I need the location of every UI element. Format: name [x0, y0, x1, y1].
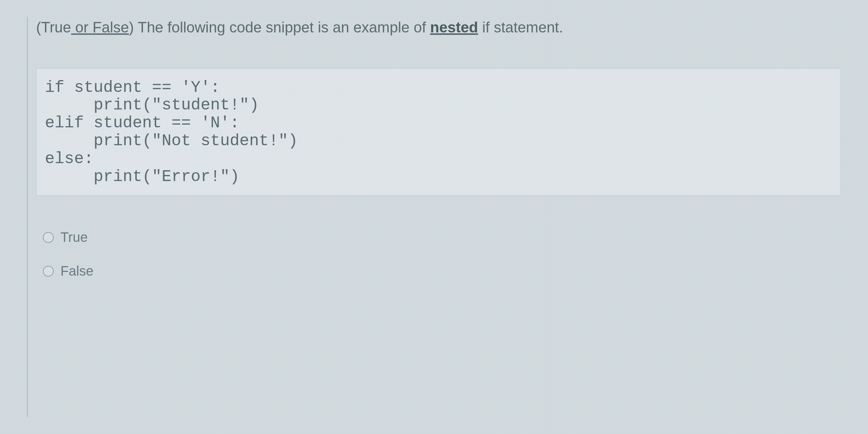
option-false-row[interactable]: False: [43, 263, 841, 279]
option-false-label: False: [60, 263, 94, 279]
radio-icon[interactable]: [43, 266, 54, 277]
code-snippet: if student == 'Y': print("student!") eli…: [36, 68, 841, 196]
emphasis-word: nested: [430, 19, 478, 35]
code-line-6: print("Error!"): [45, 168, 239, 186]
question-prompt: (True or False) The following code snipp…: [36, 17, 841, 38]
code-line-2: print("student!"): [45, 96, 259, 114]
radio-icon[interactable]: [43, 232, 54, 243]
question-suffix: if statement.: [478, 19, 563, 35]
closing-paren: ): [129, 19, 134, 35]
answer-options: True False: [36, 230, 841, 279]
option-true-row[interactable]: True: [43, 230, 841, 245]
code-line-5: else:: [45, 150, 94, 168]
question-main: The following code snippet is an example…: [134, 19, 430, 35]
code-line-4: print("Not student!"): [45, 132, 298, 150]
question-container: (True or False) The following code snipp…: [27, 17, 841, 417]
or-false-label: or False: [71, 19, 129, 35]
option-true-label: True: [60, 230, 88, 245]
true-label: (True: [36, 19, 71, 35]
code-line-1: if student == 'Y':: [45, 78, 220, 97]
code-line-3: elif student == 'N':: [45, 114, 239, 132]
